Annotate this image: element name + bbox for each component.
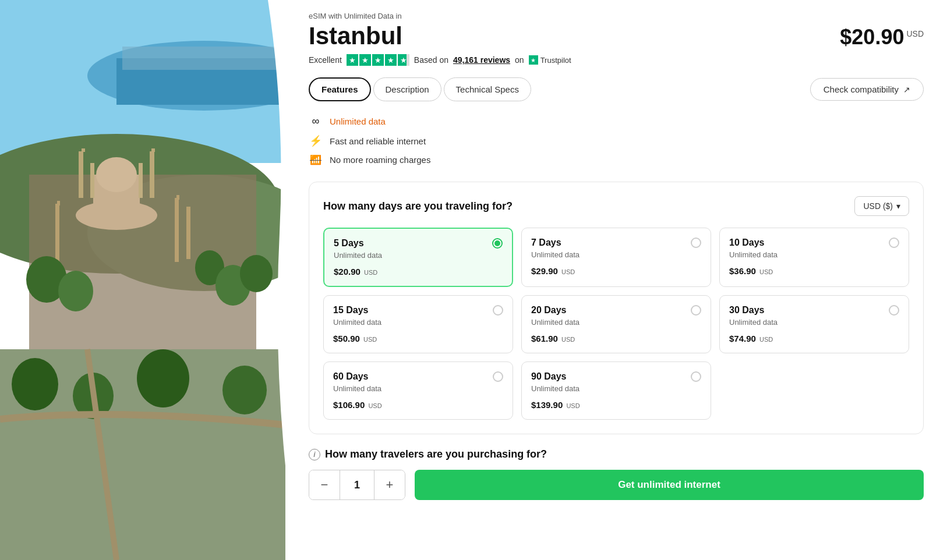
- plan-90-data: Unlimited data: [531, 384, 701, 393]
- days-section: How many days are you traveling for? USD…: [309, 182, 924, 434]
- plan-10-data: Unlimited data: [729, 250, 899, 259]
- plan-15-header: 15 Days: [333, 305, 503, 316]
- star-3: ★: [372, 54, 384, 66]
- plan-card-7[interactable]: 7 Days Unlimited data $29.90 USD: [521, 228, 711, 287]
- plan-30-header: 30 Days: [729, 305, 899, 316]
- svg-rect-11: [79, 151, 83, 198]
- svg-rect-4: [122, 47, 280, 70]
- star-2: ★: [359, 54, 371, 66]
- plan-10-days: 10 Days: [729, 238, 765, 248]
- feature-roaming: 📶 No more roaming charges: [309, 154, 924, 165]
- plan-card-5[interactable]: 5 Days Unlimited data $20.90 USD: [323, 228, 513, 287]
- svg-rect-18: [57, 201, 60, 205]
- plan-15-radio: [493, 305, 503, 316]
- svg-rect-17: [55, 204, 59, 262]
- check-compat-label: Check compatibility: [824, 84, 899, 94]
- plan-card-20[interactable]: 20 Days Unlimited data $61.90 USD: [521, 295, 711, 353]
- tab-technical-specs[interactable]: Technical Specs: [444, 77, 531, 101]
- days-header: How many days are you traveling for? USD…: [323, 196, 909, 216]
- travelers-controls: − 1 + Get unlimited internet: [309, 470, 924, 500]
- currency-selector[interactable]: USD ($) ▾: [854, 196, 909, 216]
- plan-5-days: 5 Days: [334, 238, 364, 249]
- infinity-icon: ∞: [309, 115, 323, 127]
- plan-90-days: 90 Days: [531, 371, 567, 382]
- plan-5-price: $20.90 USD: [334, 267, 503, 277]
- tab-features[interactable]: Features: [309, 77, 371, 101]
- plan-5-radio: [492, 238, 503, 249]
- features-list: ∞ Unlimited data ⚡ Fast and reliable int…: [309, 115, 924, 165]
- plan-20-data: Unlimited data: [531, 318, 701, 327]
- rating-row: Excellent ★ ★ ★ ★ ★ Based on 49,161 revi…: [309, 54, 924, 66]
- plan-card-15[interactable]: 15 Days Unlimited data $50.90 USD: [323, 295, 513, 353]
- plan-card-10[interactable]: 10 Days Unlimited data $36.90 USD: [719, 228, 909, 287]
- days-question: How many days are you traveling for?: [323, 200, 513, 212]
- feature-unlimited-text: Unlimited data: [330, 116, 386, 126]
- plan-30-days: 30 Days: [729, 305, 765, 316]
- city-image-panel: [0, 0, 285, 560]
- plan-7-header: 7 Days: [531, 238, 701, 248]
- tab-description[interactable]: Description: [373, 77, 441, 101]
- tabs-group: Features Description Technical Specs: [309, 77, 531, 101]
- plan-90-price: $139.90 USD: [531, 400, 701, 410]
- svg-rect-15: [90, 163, 94, 198]
- currency-label: USD ($): [863, 201, 893, 211]
- info-icon: i: [309, 449, 320, 460]
- plan-card-90[interactable]: 90 Days Unlimited data $139.90 USD: [521, 361, 711, 420]
- reviews-on: on: [515, 55, 524, 65]
- plan-90-header: 90 Days: [531, 371, 701, 382]
- trustpilot-logo: ★ Trustpilot: [529, 55, 571, 65]
- trustpilot-label: Trustpilot: [540, 56, 571, 65]
- svg-rect-13: [150, 151, 154, 198]
- plan-15-days: 15 Days: [333, 305, 369, 316]
- svg-rect-21: [186, 207, 190, 259]
- plan-60-data: Unlimited data: [333, 384, 503, 393]
- plan-60-radio: [493, 371, 503, 382]
- feature-unlimited: ∞ Unlimited data: [309, 115, 924, 127]
- travelers-question: i How many travelers are you purchasing …: [309, 448, 924, 460]
- tabs-row: Features Description Technical Specs Che…: [309, 77, 924, 101]
- svg-rect-16: [139, 163, 143, 198]
- svg-point-26: [240, 255, 273, 292]
- no-roaming-icon: 📶: [309, 154, 323, 165]
- plans-grid: 5 Days Unlimited data $20.90 USD 7 Days …: [323, 228, 909, 420]
- plan-20-days: 20 Days: [531, 305, 567, 316]
- plan-7-data: Unlimited data: [531, 250, 701, 259]
- product-price: $20.90USD: [840, 25, 924, 49]
- plan-7-days: 7 Days: [531, 238, 561, 248]
- travelers-section: i How many travelers are you purchasing …: [309, 448, 924, 500]
- svg-point-30: [137, 349, 189, 407]
- travelers-question-text: How many travelers are you purchasing fo…: [325, 448, 547, 460]
- content-panel: eSIM with Unlimited Data in Istanbul $20…: [285, 0, 947, 560]
- plan-card-60[interactable]: 60 Days Unlimited data $106.90 USD: [323, 361, 513, 420]
- price-currency: USD: [906, 29, 924, 38]
- chevron-down-icon: ▾: [896, 201, 900, 211]
- plan-10-header: 10 Days: [729, 238, 899, 248]
- svg-rect-12: [82, 148, 85, 152]
- reviews-text: Based on: [414, 55, 448, 65]
- star-5: ★: [398, 54, 409, 66]
- svg-point-23: [58, 271, 93, 311]
- external-link-icon: ↗: [903, 85, 910, 94]
- svg-rect-14: [151, 148, 155, 152]
- star-1: ★: [347, 54, 358, 66]
- plan-5-data: Unlimited data: [334, 251, 503, 260]
- plan-20-radio: [691, 305, 701, 316]
- plan-card-30[interactable]: 30 Days Unlimited data $74.90 USD: [719, 295, 909, 353]
- plan-60-days: 60 Days: [333, 371, 369, 382]
- plan-90-radio: [691, 371, 701, 382]
- plan-30-radio: [889, 305, 899, 316]
- quantity-decrease-button[interactable]: −: [309, 470, 340, 500]
- plan-15-price: $50.90 USD: [333, 334, 503, 343]
- reviews-link[interactable]: 49,161 reviews: [453, 55, 510, 65]
- quantity-increase-button[interactable]: +: [374, 470, 405, 500]
- plan-7-radio: [691, 238, 701, 248]
- svg-point-28: [12, 358, 58, 410]
- check-compatibility-button[interactable]: Check compatibility ↗: [810, 78, 924, 101]
- feature-roaming-text: No more roaming charges: [330, 155, 430, 165]
- product-header: Istanbul $20.90USD: [309, 23, 924, 49]
- quantity-control: − 1 +: [309, 470, 405, 500]
- svg-rect-20: [176, 195, 179, 200]
- quantity-value: 1: [340, 470, 374, 499]
- product-title: Istanbul: [309, 23, 402, 49]
- get-internet-button[interactable]: Get unlimited internet: [415, 470, 924, 500]
